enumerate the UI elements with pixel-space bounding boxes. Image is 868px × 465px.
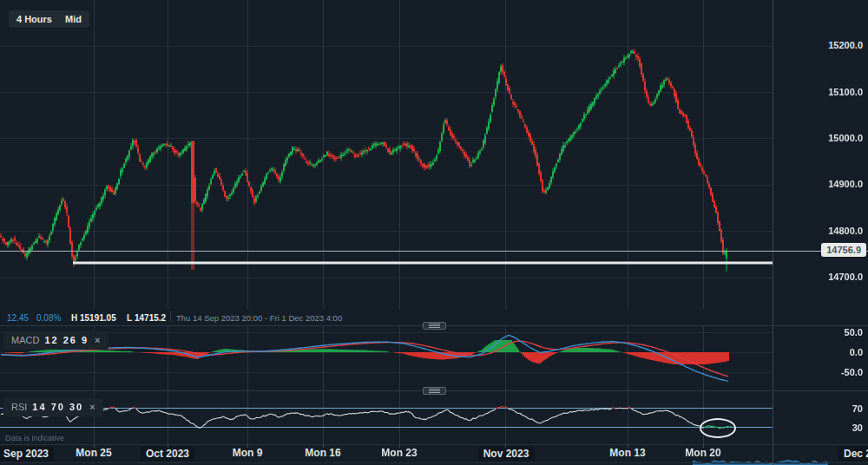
macd-axis-label: 50.0 (774, 327, 866, 337)
macd-params: 12 26 9 (44, 335, 89, 345)
change-value: 12.45 (7, 313, 29, 323)
price-axis-label: 14700.0 (774, 272, 866, 282)
rsi-axis-label: 30 (774, 422, 866, 433)
time-axis-label-month: Sep 2023 (0, 447, 54, 461)
data-indicative-note: Data is indicative (5, 434, 64, 442)
rsi-panel-chart[interactable] (0, 391, 773, 444)
price-axis-label: 15200.0 (774, 40, 866, 50)
time-axis-label-month: Nov 2023 (478, 447, 535, 461)
price-type-button[interactable]: Mid (57, 10, 89, 28)
rsi-axis-label: 70 (774, 403, 866, 414)
drag-handle-icon (429, 324, 440, 328)
rsi-ellipse-annotation[interactable] (700, 418, 736, 438)
time-axis-label: Mon 16 (305, 447, 340, 459)
time-axis-tick (628, 444, 628, 448)
macd-axis-label: -50.0 (774, 367, 866, 377)
current-price-tag[interactable]: 14756.9 (821, 243, 866, 257)
main-price-chart[interactable] (0, 0, 773, 309)
time-axis-label: Mon 20 (685, 447, 720, 459)
time-axis-label: Mon 23 (381, 447, 417, 459)
bottom-panel-separator (0, 462, 868, 463)
time-axis-tick (323, 444, 324, 448)
high-label: H (71, 313, 77, 323)
price-axis-border (773, 0, 773, 465)
time-axis-tick (505, 444, 506, 448)
price-axis-label: 15100.0 (774, 87, 866, 97)
drag-handle-icon (429, 389, 440, 393)
rsi-params: 14 70 30 (32, 402, 83, 412)
macd-title: MACD (11, 335, 39, 345)
macd-panel-chart[interactable] (0, 326, 773, 390)
low-label: L (127, 313, 132, 323)
macd-axis-label: 0.0 (774, 347, 866, 357)
high-value: 15191.05 (80, 313, 116, 323)
time-axis-label: Mon 9 (233, 447, 263, 459)
change-percent: 0.08% (36, 313, 61, 323)
date-range: Thu 14 Sep 2023 20:00 - Fri 1 Dec 2023 4… (176, 313, 342, 323)
macd-panel-drag-handle[interactable] (423, 322, 446, 330)
time-axis-tick (168, 444, 168, 448)
info-bar-divider (170, 311, 171, 322)
price-axis-label: 15000.0 (774, 133, 866, 143)
price-axis-label: 14800.0 (774, 226, 866, 236)
rsi-title: RSI (11, 402, 27, 412)
rsi-close-icon[interactable]: × (89, 402, 95, 412)
rsi-panel-drag-handle[interactable] (423, 387, 446, 395)
timeframe-button[interactable]: 4 Hours (9, 10, 60, 28)
time-axis-tick (247, 444, 248, 448)
time-axis-label-month: Dec 2023 (838, 447, 868, 461)
price-axis-label: 14900.0 (774, 179, 866, 189)
macd-close-icon[interactable]: × (95, 335, 100, 345)
trading-chart-app: 4 Hours Mid 12.45 0.08% H 15191.05 L 147… (0, 0, 868, 465)
low-value: 14715.2 (135, 313, 166, 323)
time-axis-label-month: Oct 2023 (141, 447, 194, 461)
macd-indicator-label[interactable]: MACD12 26 9× (3, 331, 108, 350)
time-axis-tick (399, 444, 400, 448)
time-axis-tick (703, 444, 704, 448)
time-axis-label: Mon 13 (609, 447, 645, 459)
time-axis-separator (0, 444, 868, 445)
rsi-indicator-label[interactable]: RSI14 70 30× (3, 398, 103, 416)
time-axis-tick (94, 444, 95, 448)
current-price-line[interactable] (0, 251, 868, 252)
time-axis-label: Mon 25 (76, 447, 111, 459)
